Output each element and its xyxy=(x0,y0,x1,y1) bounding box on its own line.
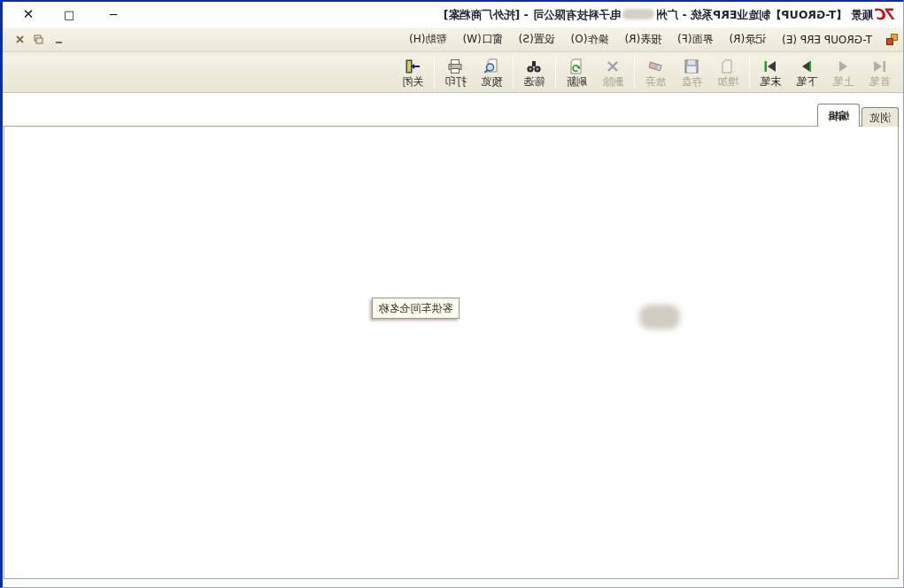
printer-icon xyxy=(447,58,465,75)
screenshot-stage: 7C 顺景 【T-GROUP】制造业ERP系统 - 广州电子科技有限公司 - [… xyxy=(0,0,904,588)
previous-record-button[interactable]: 上笔 xyxy=(825,54,862,91)
last-record-icon xyxy=(762,58,780,75)
print-button[interactable]: 打印 xyxy=(437,54,474,91)
first-record-button[interactable]: 首笔 xyxy=(862,54,898,91)
mdi-close-icon[interactable] xyxy=(12,33,27,46)
tab-edit[interactable]: 编辑 xyxy=(817,104,860,127)
delete-x-icon xyxy=(605,58,622,75)
menu-help[interactable]: 帮助(H) xyxy=(401,28,454,50)
toolbar-separator xyxy=(434,56,435,89)
tooltip: 客供车间仓名称 xyxy=(372,298,460,319)
binoculars-icon xyxy=(526,58,544,75)
first-record-icon xyxy=(871,58,889,75)
close-form-button[interactable]: 关闭 xyxy=(395,54,431,91)
maximize-button[interactable]: □ xyxy=(58,6,81,23)
refresh-icon xyxy=(568,58,586,75)
mdi-window-controls xyxy=(6,33,66,46)
mdi-minimize-icon[interactable] xyxy=(50,33,66,46)
add-record-button[interactable]: 增加 xyxy=(710,54,746,91)
tab-browse[interactable]: 浏览 xyxy=(862,107,899,127)
last-record-button[interactable]: 末笔 xyxy=(753,54,789,91)
toolbar-separator xyxy=(749,56,750,89)
save-floppy-icon xyxy=(684,58,701,75)
mdi-child-icon xyxy=(885,34,898,46)
redacted-company-name xyxy=(622,9,654,19)
next-record-button[interactable]: 下笔 xyxy=(789,54,825,91)
discard-button[interactable]: 放弃 xyxy=(637,54,674,91)
eraser-icon xyxy=(647,58,665,75)
window-title: 顺景 【T-GROUP】制造业ERP系统 - 广州电子科技有限公司 - [托外厂… xyxy=(444,8,873,23)
redacted-contact-name xyxy=(639,305,680,329)
toolbar-separator xyxy=(634,56,635,89)
preview-magnifier-icon xyxy=(483,58,501,75)
title-bar: 7C 顺景 【T-GROUP】制造业ERP系统 - 广州电子科技有限公司 - [… xyxy=(3,2,903,27)
menu-operation[interactable]: 操作(O) xyxy=(563,28,617,50)
toolbar-separator xyxy=(513,56,514,89)
previous-record-icon xyxy=(835,58,853,75)
toolbar-separator xyxy=(555,56,556,89)
menu-settings[interactable]: 设置(S) xyxy=(511,28,563,50)
add-record-icon xyxy=(720,58,738,75)
close-window-button[interactable]: ✕ xyxy=(17,6,40,23)
exit-door-icon xyxy=(405,58,422,75)
menu-bar: T-GROUP ERP (E) 记录(R) 界面(F) 报表(R) 操作(O) … xyxy=(3,27,903,52)
menu-record[interactable]: 记录(R) xyxy=(721,28,774,50)
minimize-button[interactable]: ─ xyxy=(102,6,125,23)
edit-form-panel xyxy=(4,126,899,579)
menu-tgroup-erp[interactable]: T-GROUP ERP (E) xyxy=(774,30,880,50)
menu-report[interactable]: 报表(R) xyxy=(616,28,669,50)
menu-window[interactable]: 窗口(W) xyxy=(454,28,510,50)
filter-button[interactable]: 筛选 xyxy=(516,54,552,91)
app-logo-icon: 7C xyxy=(877,5,897,23)
save-button[interactable]: 存盘 xyxy=(674,54,710,91)
refresh-button[interactable]: 刷新 xyxy=(559,54,595,91)
delete-button[interactable]: 删除 xyxy=(595,54,631,91)
preview-button[interactable]: 预览 xyxy=(474,54,510,91)
menu-interface[interactable]: 界面(F) xyxy=(669,28,721,50)
toolbar: 首笔 上笔 下笔 末笔 增加 存盘 放弃 删除 xyxy=(3,52,903,93)
mdi-restore-icon[interactable] xyxy=(31,33,47,46)
next-record-icon xyxy=(799,58,816,75)
erp-application-window: 7C 顺景 【T-GROUP】制造业ERP系统 - 广州电子科技有限公司 - [… xyxy=(0,0,904,588)
